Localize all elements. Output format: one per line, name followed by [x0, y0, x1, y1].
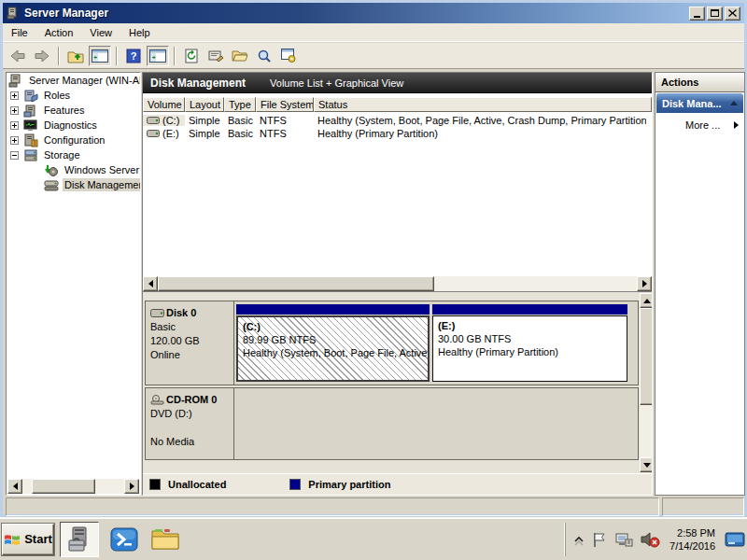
start-button[interactable]: Start	[2, 524, 54, 555]
snapin-title: Disk Management	[150, 77, 246, 90]
console-tree-toggle-button[interactable]	[89, 46, 111, 66]
roles-icon	[23, 89, 38, 103]
tree-item-diagnostics[interactable]: Diagnostics	[8, 118, 140, 133]
collapse-group-icon[interactable]	[730, 101, 738, 105]
close-button[interactable]	[725, 7, 740, 21]
column-header-file-system[interactable]: File System	[256, 97, 314, 112]
partition-color-bar	[432, 304, 627, 315]
expand-tray-icon[interactable]	[573, 533, 585, 546]
open-button[interactable]	[229, 46, 251, 66]
more-actions-item[interactable]: More ...	[655, 114, 744, 136]
maximize-button[interactable]	[707, 7, 723, 21]
tray-clock[interactable]: 2:58 PM 7/14/2016	[667, 526, 718, 553]
tree-item-label: Diagnostics	[42, 119, 99, 132]
cdrom-0-label[interactable]: CD-ROM 0 DVD (D:) No Media	[146, 388, 234, 459]
tree-item-configuration[interactable]: Configuration	[8, 133, 140, 147]
graphical-view-vertical-scrollbar[interactable]	[640, 293, 652, 472]
snapin-settings-button[interactable]	[277, 46, 300, 66]
storage-icon	[23, 148, 38, 162]
expand-icon[interactable]	[10, 91, 19, 100]
disk-size: 120.00 GB	[150, 334, 229, 348]
column-header-volume[interactable]: Volume	[143, 97, 185, 112]
partition-status: Healthy (System, Boot, Page File, Active…	[243, 346, 423, 359]
action-pane-toggle-button[interactable]	[147, 46, 169, 66]
network-tray-icon[interactable]	[614, 531, 633, 548]
cdrom-type: DVD (D:)	[150, 407, 229, 421]
help-button[interactable]: ?	[122, 46, 145, 66]
volume-icon	[147, 130, 160, 137]
volume-row-e[interactable]: (E:) Simple Basic NTFS Healthy (Primary …	[143, 127, 652, 140]
volume-row-c[interactable]: (C:) Simple Basic NTFS Healthy (System, …	[143, 114, 652, 127]
tree-item-roles[interactable]: Roles	[8, 88, 140, 103]
more-actions-label: More ...	[685, 119, 720, 131]
column-header-type[interactable]: Type	[224, 97, 256, 112]
disk-icon	[150, 309, 164, 317]
column-header-layout[interactable]: Layout	[185, 97, 224, 112]
console-tree-icon	[92, 49, 108, 63]
menu-action[interactable]: Action	[36, 24, 82, 41]
scroll-right-icon	[130, 483, 134, 490]
windows-logo-icon	[4, 532, 21, 547]
toolbar: ?	[3, 43, 744, 69]
actions-group-disk-management[interactable]: Disk Mana...	[656, 93, 743, 113]
scrollbar-thumb[interactable]	[32, 479, 95, 494]
up-one-level-button[interactable]	[64, 46, 87, 66]
forward-button[interactable]	[31, 46, 53, 66]
taskbar-powershell-button[interactable]	[108, 524, 140, 555]
back-button[interactable]	[7, 46, 29, 66]
volume-muted-tray-icon[interactable]	[640, 531, 660, 548]
menu-file[interactable]: File	[3, 24, 36, 41]
expand-icon[interactable]	[10, 106, 19, 115]
find-button[interactable]	[253, 46, 275, 66]
scrollbar-thumb[interactable]	[640, 308, 652, 405]
tree-item-features[interactable]: Features	[8, 103, 140, 118]
properties-button[interactable]	[204, 46, 227, 66]
disk-management-icon	[44, 178, 59, 192]
scroll-right-button[interactable]	[637, 276, 652, 291]
volume-list-horizontal-scrollbar[interactable]	[143, 276, 652, 291]
minimize-button[interactable]	[689, 7, 705, 21]
partition-e[interactable]: (E:) 30.00 GB NTFS Healthy (Primary Part…	[432, 304, 627, 382]
tree-item-root[interactable]: Server Manager (WIN-AD	[7, 73, 140, 88]
cdrom-status: No Media	[150, 435, 229, 449]
scroll-right-button[interactable]	[124, 479, 139, 494]
cdrom-name: CD-ROM 0	[166, 393, 217, 407]
status-cell	[662, 497, 744, 516]
actions-header: Actions	[655, 73, 744, 92]
partition-status: Healthy (Primary Partition)	[438, 345, 622, 358]
expand-icon[interactable]	[10, 121, 19, 130]
taskbar-server-manager-button[interactable]	[60, 522, 99, 557]
scroll-up-button[interactable]	[640, 293, 652, 308]
powershell-icon	[110, 526, 138, 553]
volume-list: Volume Layout Type File System Status (C…	[143, 93, 652, 291]
status-cell	[6, 497, 659, 516]
taskbar-explorer-button[interactable]	[149, 524, 181, 555]
scrollbar-thumb[interactable]	[158, 276, 434, 291]
volume-layout: Simple	[185, 115, 224, 126]
scroll-down-button[interactable]	[640, 457, 652, 472]
menu-help[interactable]: Help	[120, 24, 159, 41]
server-manager-taskbar-icon	[65, 525, 93, 553]
menu-view[interactable]: View	[81, 24, 120, 41]
expand-icon[interactable]	[10, 136, 19, 145]
tree-item-windows-server-backup[interactable]: Windows Server Backup	[42, 162, 140, 177]
action-center-flag-icon[interactable]	[591, 531, 608, 548]
disk-0-label[interactable]: Disk 0 Basic 120.00 GB Online	[146, 301, 234, 385]
up-folder-icon	[67, 49, 84, 63]
tree-item-disk-management[interactable]: Disk Management	[42, 177, 140, 192]
partition-size: 30.00 GB NTFS	[438, 332, 622, 345]
console-tree-panel: Server Manager (WIN-AD Roles Features Di…	[6, 72, 141, 496]
volume-status: Healthy (Primary Partition)	[314, 128, 646, 139]
taskbar: Start 2:58 PM 7/14/2016	[0, 517, 747, 560]
server-manager-window: Server Manager File Action View Help ?	[0, 0, 747, 517]
partition-c[interactable]: (C:) 89.99 GB NTFS Healthy (System, Boot…	[236, 304, 430, 382]
forward-icon	[34, 49, 50, 63]
tree-item-storage[interactable]: Storage	[8, 147, 140, 162]
column-header-status[interactable]: Status	[314, 97, 652, 112]
scroll-left-button[interactable]	[143, 276, 158, 291]
display-tray-icon[interactable]	[725, 530, 745, 549]
scroll-left-button[interactable]	[7, 479, 22, 494]
tree-horizontal-scrollbar[interactable]	[7, 479, 139, 494]
refresh-button[interactable]	[180, 46, 203, 66]
collapse-icon[interactable]	[10, 151, 19, 160]
